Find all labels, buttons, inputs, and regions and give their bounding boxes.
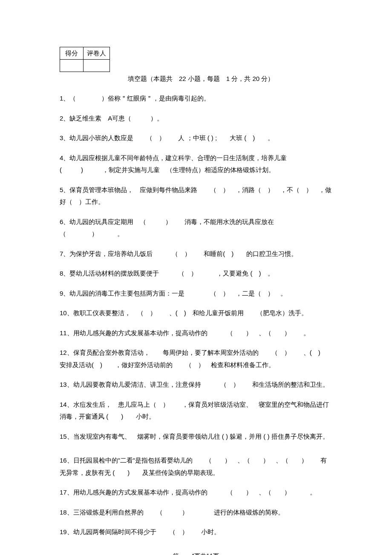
page-footer: 第 4页共11页 — [60, 551, 332, 555]
question-12: 12、保育员配合室外教育活动， 每周伊始，要了解本周室外活动的 （ ） 、( )… — [60, 347, 332, 371]
question-14: 14、水痘发生后， 患儿应马上（ ） ，保育员对班级活动室、 寝室里的空气和物品… — [60, 399, 332, 423]
question-17: 17、用幼儿感兴趣的方式发展基本动作，提高动作的 （ ） 、（ ） 。 — [60, 486, 332, 499]
exam-page: 得分 评卷人 填空题（本题共 22 小题，每题 1 分，共 20 分） 1、（ … — [0, 0, 392, 555]
question-16: 16、日托园晨检中的"二看"是指包括看婴幼儿的 （ ） 、（ ） 、（ ） 有无… — [60, 454, 332, 479]
question-1: 1、（ ）俗称＂红眼病＂，是由病毒引起的。 — [60, 92, 332, 105]
question-10: 10、教职工仪表要整洁， （ ） 、( ) 和给儿童开饭前用 （肥皂水）洗手。 — [60, 307, 332, 319]
score-cell-2[interactable] — [84, 60, 110, 72]
score-table: 得分 评卷人 — [60, 47, 110, 72]
section-title: 填空题（本题共 22 小题，每题 1 分，共 20 分） — [128, 74, 332, 84]
score-cell-1[interactable] — [60, 60, 84, 72]
question-19: 19、幼儿园两餐间隔时间不得少于 （ ） 小时。 — [60, 526, 332, 538]
footer-page: 4页共11页 — [191, 552, 219, 555]
question-4: 4、幼儿园应根据儿童不同年龄特点，建立科学、合理的一日生活制度，培养儿童( ) … — [60, 152, 332, 176]
question-15: 15、当发现室内有毒气、 烟雾时，保育员要带领幼儿往 ( ) 躲避，并用 ( )… — [60, 431, 332, 443]
question-11: 11、用幼儿感兴趣的方式发展基本动作，提高动作的 （ ） 、（ ） 。 — [60, 327, 332, 339]
footer-prefix: 第 — [173, 552, 179, 555]
question-7: 7、为保护牙齿，应培养幼儿饭后 （ ） 和睡前( ) 的口腔卫生习惯。 — [60, 248, 332, 260]
question-6: 6、幼儿园的玩具应定期用 （ ） 消毒，不能用水洗的玩具应放在 （ ） 。 — [60, 216, 332, 240]
question-5: 5、保育员管理本班物品， 应做到每件物品来路 （ ） ，消路（ ） ，不（ ） … — [60, 184, 332, 208]
question-18: 18、三浴锻炼是利用自然界的 （ ） 进行的体格锻炼的简称。 — [60, 506, 332, 519]
question-3: 3、幼儿园小班的人数应是 （ ） 人 ；中班 ( ) ; 大班 ( ) 。 — [60, 132, 332, 144]
question-8: 8、婴幼儿活动材料的摆放既要便于 （ ） ，又要避免 ( ) 。 — [60, 267, 332, 280]
question-13: 13、幼儿园要教育幼儿爱清洁、讲卫生，注意保持 （ ） 和生活场所的整洁和卫生。 — [60, 379, 332, 391]
question-9: 9、幼儿园的消毒工作主要包括两方面：一是 （ ） ，二是（ ） 。 — [60, 288, 332, 300]
score-header-2: 评卷人 — [84, 47, 110, 60]
question-2: 2、缺乏维生素 A可患（ ）。 — [60, 112, 332, 125]
score-header-1: 得分 — [60, 47, 84, 60]
